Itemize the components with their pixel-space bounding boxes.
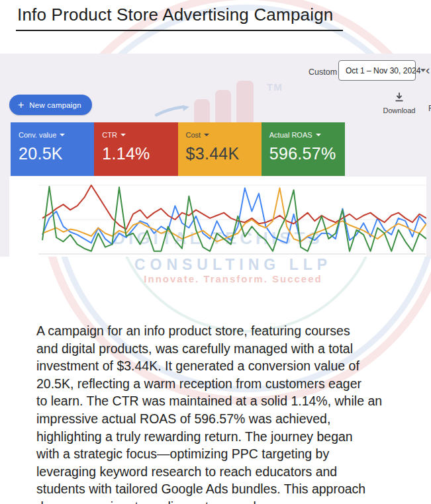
ads-dashboard: TM Custom Oct 1 – Nov 30, 2024 ‹ + New c… xyxy=(0,54,431,257)
metric-scorecards: Conv. value 20.5K CTR 1.14% Cost $3.44K … xyxy=(11,122,345,176)
watermark-tm-label: TM xyxy=(267,81,283,93)
paragraph-line: to learn. The CTR was maintained at a so… xyxy=(36,392,407,410)
watermark-consulting-label: CONSULTING LLP xyxy=(61,256,405,274)
scorecard-label: CTR xyxy=(102,131,117,139)
chevron-down-icon xyxy=(316,134,321,136)
scorecard-label: Cost xyxy=(186,131,201,139)
date-range-selector[interactable]: Oct 1 – Nov 30, 2024 xyxy=(338,60,416,81)
page-title: Info Product Store Advertising Campaign xyxy=(17,5,334,25)
paragraph-line: with a strategic focus—optimizing PPC ta… xyxy=(36,445,407,463)
plus-icon: + xyxy=(18,100,24,110)
paragraph-line: and digital products, was carefully mana… xyxy=(36,340,407,358)
timeseries-chart xyxy=(9,177,426,257)
watermark-swoosh-arrow-icon xyxy=(155,105,189,117)
scorecard-cost[interactable]: Cost $3.44K xyxy=(178,122,262,176)
paragraph-line: investment of $3.44K. It generated a con… xyxy=(36,357,407,375)
scorecard-label: Actual ROAS xyxy=(269,131,312,139)
campaign-description: A campaign for an info product store, fe… xyxy=(36,322,407,504)
paragraph-line: 20.5K, reflecting a warm reception from … xyxy=(36,375,407,393)
new-campaign-label: New campaign xyxy=(29,101,81,109)
scorecard-value: 20.5K xyxy=(19,144,94,163)
date-range-value: Oct 1 – Nov 30, 2024 xyxy=(346,66,420,75)
chevron-down-icon xyxy=(204,134,209,136)
download-label: Download xyxy=(383,106,416,114)
scorecard-ctr[interactable]: CTR 1.14% xyxy=(94,122,177,176)
scorecard-conv-value[interactable]: Conv. value 20.5K xyxy=(11,122,94,176)
scorecard-value: 596.57% xyxy=(269,144,345,163)
series-ctr xyxy=(42,185,426,230)
scorecard-label: Conv. value xyxy=(19,131,56,139)
edge-chevron-left-icon[interactable]: ‹ xyxy=(426,63,430,77)
paragraph-line: leveraging keyword research to reach edu… xyxy=(36,463,407,481)
scorecard-value: 1.14% xyxy=(102,144,177,163)
paragraph-line: A campaign for an info product store, fe… xyxy=(36,322,407,340)
edge-partial-label: F xyxy=(428,104,431,113)
download-button[interactable]: Download xyxy=(383,92,416,114)
title-underline xyxy=(16,30,343,31)
scorecard-actual-roas[interactable]: Actual ROAS 596.57% xyxy=(262,122,345,176)
chevron-down-icon xyxy=(60,134,65,136)
page: Info Product Store Advertising Campaign … xyxy=(0,0,431,504)
download-icon xyxy=(395,92,404,102)
paragraph-line: impressive actual ROAS of 596.57% was ac… xyxy=(36,410,407,428)
paragraph-line: highlighting a truly rewarding return. T… xyxy=(36,428,407,446)
watermark-tagline: Innovate. Transform. Succeed xyxy=(61,273,405,284)
paragraph-line: drove a passionate audience to our ads. xyxy=(36,498,407,504)
new-campaign-button[interactable]: + New campaign xyxy=(9,95,92,115)
scorecard-value: $3.44K xyxy=(186,144,262,163)
chevron-down-icon xyxy=(120,134,126,136)
paragraph-line: students with tailored Google Ads bundle… xyxy=(36,480,407,498)
date-range-type-label: Custom xyxy=(309,67,337,77)
